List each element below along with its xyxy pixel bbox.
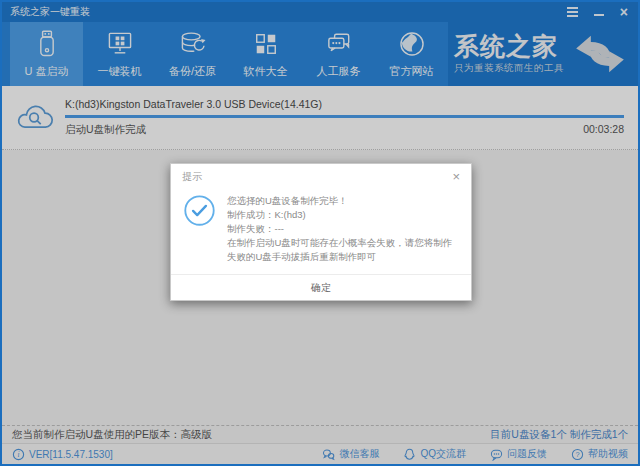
dialog-line: 制作失败：--- [227,222,458,236]
dialog-line: 在制作启动U盘时可能存在小概率会失败，请您将制作失败的U盘手动拔插后重新制作即可 [227,236,458,264]
app-window: 系统之家一键重装 × U 盘启动 [0,0,640,466]
result-dialog: 提示 × 您选择的U盘设备制作完毕！ 制作成功：K:(hd3) 制作失败：---… [170,163,472,301]
ok-button[interactable]: 确定 [285,277,357,299]
dialog-line: 制作成功：K:(hd3) [227,208,458,222]
dialog-title: 提示 [182,170,452,184]
dialog-body: 您选择的U盘设备制作完毕！ 制作成功：K:(hd3) 制作失败：--- 在制作启… [171,189,471,274]
dialog-close-icon[interactable]: × [452,170,460,183]
check-circle-icon [183,194,216,264]
dialog-header: 提示 × [171,164,471,189]
dialog-message: 您选择的U盘设备制作完毕！ 制作成功：K:(hd3) 制作失败：--- 在制作启… [227,194,458,264]
dialog-footer: 确定 [171,274,471,300]
dialog-line: 您选择的U盘设备制作完毕！ [227,194,458,208]
